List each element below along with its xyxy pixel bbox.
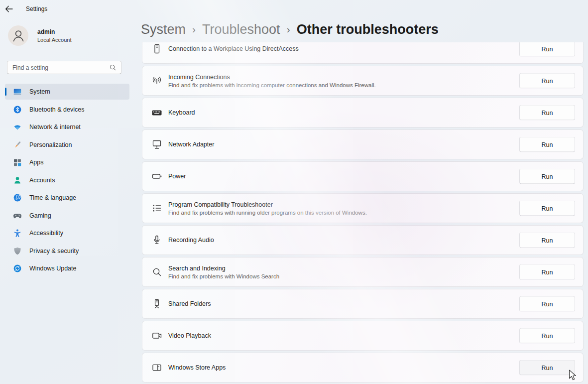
troubleshooter-name: Search and Indexing	[168, 265, 279, 272]
chevron-right-icon: ›	[287, 23, 290, 35]
sidebar-item-label: Privacy & security	[29, 248, 79, 255]
sidebar-item-label: Network & internet	[29, 124, 81, 130]
troubleshooter-name: Program Compatibility Troubleshooter	[168, 201, 367, 208]
row-incoming-connections: Incoming Connections Find and fix proble…	[142, 66, 584, 96]
accessibility-person-icon	[13, 229, 22, 238]
antenna-icon	[151, 75, 163, 87]
system-icon	[13, 87, 22, 96]
user-account-type: Local Account	[37, 37, 72, 43]
troubleshooter-name: Network Adapter	[168, 141, 214, 148]
chevron-right-icon: ›	[192, 23, 196, 35]
troubleshooter-name: Incoming Connections	[168, 74, 376, 81]
row-connection-workplace-directaccess: Connection to a Workplace Using DirectAc…	[142, 42, 584, 64]
sidebar-item-accessibility[interactable]: Accessibility	[5, 225, 129, 241]
sidebar-item-label: Gaming	[29, 212, 51, 219]
row-shared-folders: Shared Folders Run	[142, 289, 584, 319]
user-account[interactable]: admin Local Account	[8, 25, 72, 46]
sidebar-item-time-language[interactable]: Time & language	[5, 190, 129, 206]
sidebar-item-bluetooth-devices[interactable]: Bluetooth & devices	[5, 102, 129, 118]
run-button[interactable]: Run	[519, 328, 575, 344]
sidebar-item-privacy-security[interactable]: Privacy & security	[5, 243, 129, 259]
run-button[interactable]: Run	[519, 360, 575, 376]
troubleshooter-name: Shared Folders	[168, 300, 211, 307]
run-button[interactable]: Run	[519, 42, 575, 57]
breadcrumb-system[interactable]: System	[141, 22, 186, 37]
sidebar-item-label: Windows Update	[29, 265, 77, 272]
sidebar-item-label: Apps	[29, 159, 44, 166]
directaccess-device-icon	[151, 43, 163, 55]
search-box[interactable]	[7, 61, 121, 74]
magnifier-icon	[151, 266, 163, 278]
troubleshooter-name: Keyboard	[168, 109, 195, 116]
sidebar-item-apps[interactable]: Apps	[5, 154, 129, 170]
windows-update-icon	[13, 264, 22, 273]
run-button[interactable]: Run	[519, 296, 575, 312]
sidebar: admin Local Account System	[0, 18, 134, 384]
search-input[interactable]	[12, 64, 110, 71]
person-icon	[8, 26, 28, 46]
sidebar-nav: System Bluetooth & devices Network & int…	[5, 84, 129, 278]
sidebar-item-label: Accounts	[29, 177, 55, 184]
sidebar-item-gaming[interactable]: Gaming	[5, 208, 129, 224]
troubleshooter-name: Power	[168, 173, 186, 180]
row-network-adapter: Network Adapter Run	[142, 129, 584, 159]
sidebar-item-windows-update[interactable]: Windows Update	[5, 260, 129, 276]
row-windows-store-apps: Windows Store Apps Run	[142, 353, 584, 383]
run-button[interactable]: Run	[519, 264, 575, 280]
sidebar-item-label: Time & language	[29, 194, 76, 201]
globe-clock-icon	[13, 193, 22, 202]
battery-icon	[151, 170, 163, 182]
troubleshooter-name: Video Playback	[168, 332, 211, 339]
sidebar-item-accounts[interactable]: Accounts	[5, 172, 129, 188]
apps-grid-icon	[13, 158, 22, 167]
row-search-and-indexing: Search and Indexing Find and fix problem…	[142, 257, 584, 287]
user-name: admin	[37, 28, 72, 35]
paintbrush-icon	[13, 140, 22, 149]
network-adapter-icon	[151, 138, 163, 150]
shared-computer-icon	[151, 298, 163, 310]
search-icon	[110, 64, 116, 71]
titlebar: Settings	[0, 0, 588, 18]
video-camera-icon	[151, 330, 163, 342]
sidebar-item-system[interactable]: System	[5, 84, 129, 100]
gamepad-icon	[13, 211, 22, 220]
run-button[interactable]: Run	[519, 169, 575, 184]
keyboard-icon	[151, 107, 163, 119]
row-keyboard: Keyboard Run	[142, 98, 584, 128]
row-recording-audio: Recording Audio Run	[142, 225, 584, 255]
arrow-left-icon	[5, 5, 13, 12]
sidebar-item-personalization[interactable]: Personalization	[5, 137, 129, 153]
app-title: Settings	[26, 5, 47, 12]
sidebar-item-label: Personalization	[29, 141, 72, 148]
account-person-icon	[13, 176, 22, 185]
row-power: Power Run	[142, 161, 584, 191]
troubleshooter-name: Connection to a Workplace Using DirectAc…	[168, 45, 299, 52]
troubleshooter-description: Find and fix problems with Windows Searc…	[168, 273, 279, 279]
troubleshooter-name: Recording Audio	[168, 237, 214, 244]
row-video-playback: Video Playback Run	[142, 321, 584, 351]
run-button[interactable]: Run	[519, 105, 575, 121]
avatar	[8, 25, 28, 46]
wifi-icon	[13, 123, 22, 131]
sidebar-item-label: System	[29, 88, 50, 95]
sidebar-item-label: Bluetooth & devices	[29, 106, 85, 113]
troubleshooter-description: Find and fix problems with incoming comp…	[168, 82, 376, 88]
back-button[interactable]	[5, 3, 20, 15]
breadcrumb: System › Troubleshoot › Other troublesho…	[141, 22, 439, 37]
sidebar-item-network-internet[interactable]: Network & internet	[5, 119, 129, 135]
store-icon	[151, 362, 163, 374]
run-button[interactable]: Run	[519, 201, 575, 216]
run-button[interactable]: Run	[519, 137, 575, 152]
microphone-icon	[151, 234, 163, 246]
row-program-compatibility: Program Compatibility Troubleshooter Fin…	[142, 193, 584, 223]
troubleshooter-list: Connection to a Workplace Using DirectAc…	[142, 42, 584, 384]
page-title: Other troubleshooters	[297, 22, 439, 37]
program-list-icon	[151, 202, 163, 214]
run-button[interactable]: Run	[519, 233, 575, 248]
troubleshooter-description: Find and fix problems with running older…	[168, 210, 367, 216]
troubleshooter-name: Windows Store Apps	[168, 364, 226, 371]
sidebar-item-label: Accessibility	[29, 230, 63, 237]
privacy-shield-icon	[13, 247, 22, 256]
run-button[interactable]: Run	[519, 73, 575, 89]
breadcrumb-troubleshoot[interactable]: Troubleshoot	[202, 22, 280, 37]
